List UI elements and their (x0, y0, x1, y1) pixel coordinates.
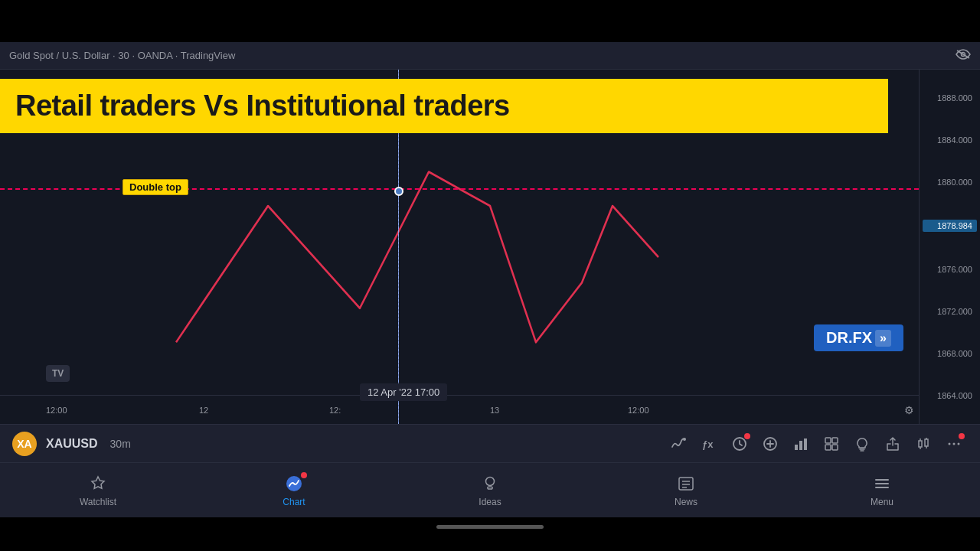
nav-chart[interactable]: Chart (196, 474, 392, 507)
candles-icon-btn[interactable] (910, 430, 937, 458)
alert-clock-btn[interactable] (726, 430, 753, 458)
time-axis: 12:00 12 12: 13 12:00 ⚙ (0, 395, 919, 424)
price-1880: 1880.000 (923, 178, 977, 187)
price-1876: 1876.000 (923, 265, 977, 274)
svg-point-19 (949, 442, 951, 445)
price-1884: 1884.000 (923, 135, 977, 145)
time-label-2: 12 (199, 406, 208, 415)
banner-text: Retail traders Vs Institutional traders (15, 90, 510, 122)
price-1872: 1872.000 (923, 307, 977, 316)
svg-text:ƒx: ƒx (702, 439, 714, 450)
price-scale: 1888.000 1884.000 1880.000 1878.984 1876… (919, 70, 980, 424)
time-label-1: 12:00 (46, 406, 67, 415)
svg-rect-8 (804, 439, 807, 450)
home-bar (436, 525, 544, 529)
nav-news-label: News (675, 497, 697, 507)
chart-tooltip: 12 Apr '22 17:00 (360, 383, 447, 401)
timeframe-label[interactable]: 30m (110, 438, 131, 450)
svg-rect-13 (919, 441, 922, 447)
add-icon-btn[interactable] (756, 430, 784, 458)
nav-chart-label: Chart (283, 497, 305, 507)
svg-rect-16 (925, 439, 928, 446)
price-1864: 1864.000 (923, 391, 977, 400)
bottom-black-bar (0, 536, 980, 551)
top-black-bar (0, 0, 980, 42)
fx-icon-btn[interactable]: ƒx (695, 430, 723, 458)
layout-icon-btn[interactable] (818, 430, 845, 458)
time-label-5: 12:00 (628, 406, 649, 415)
chart-container: Gold Spot / U.S. Dollar · 30 · OANDA · T… (0, 42, 980, 517)
svg-rect-6 (795, 445, 798, 450)
nav-ideas-label: Ideas (479, 497, 501, 507)
nav-watchlist-label: Watchlist (80, 497, 116, 507)
svg-point-20 (953, 442, 956, 445)
time-label-4: 13 (490, 406, 499, 415)
lightbulb-icon-btn[interactable] (848, 430, 876, 458)
more-red-dot (959, 433, 965, 439)
dr-fx-text: DR.FX (826, 329, 872, 347)
dr-fx-arrows: » (875, 330, 891, 347)
menu-icon (872, 474, 892, 494)
bar-chart-btn[interactable] (787, 430, 815, 458)
svg-rect-9 (825, 438, 831, 443)
more-icon-btn[interactable] (940, 430, 968, 458)
crosshair-dot (394, 187, 403, 196)
chart-toolbar: XA XAUUSD 30m ƒx (0, 424, 980, 462)
alert-red-dot (744, 433, 750, 439)
time-label-3: 12: (329, 406, 341, 415)
svg-rect-11 (825, 445, 831, 450)
chart-nav-red-dot (301, 472, 307, 478)
double-top-label: Double top (122, 179, 188, 195)
price-1868: 1868.000 (923, 349, 977, 358)
chart-main: Retail traders Vs Institutional traders … (0, 70, 980, 424)
home-indicator (0, 517, 980, 536)
svg-rect-12 (832, 445, 838, 450)
banner: Retail traders Vs Institutional traders (0, 79, 888, 133)
chart-settings-icon[interactable]: ⚙ (904, 404, 914, 416)
news-icon (676, 474, 696, 494)
svg-point-2 (683, 438, 686, 441)
ideas-icon (480, 474, 500, 494)
screen: Gold Spot / U.S. Dollar · 30 · OANDA · T… (0, 0, 980, 551)
symbol-icon: XA (12, 432, 37, 456)
nav-watchlist[interactable]: Watchlist (0, 474, 196, 507)
price-active: 1878.984 (923, 220, 977, 232)
nav-ideas[interactable]: Ideas (392, 474, 588, 507)
nav-news[interactable]: News (588, 474, 784, 507)
dr-fx-badge: DR.FX » (814, 324, 903, 351)
svg-point-23 (486, 477, 495, 485)
svg-rect-10 (832, 438, 838, 443)
share-icon-btn[interactable] (879, 430, 906, 458)
nav-menu-label: Menu (871, 497, 893, 507)
bottom-nav: Watchlist Chart (0, 462, 980, 517)
strategy-icon-btn[interactable] (665, 430, 692, 458)
tradingview-logo: TV (46, 365, 70, 382)
watchlist-icon (88, 474, 108, 494)
price-1888: 1888.000 (923, 93, 977, 103)
nav-menu[interactable]: Menu (784, 474, 980, 507)
chart-header: Gold Spot / U.S. Dollar · 30 · OANDA · T… (0, 42, 980, 70)
svg-point-21 (958, 442, 960, 445)
symbol-name[interactable]: XAUUSD (46, 437, 98, 451)
svg-rect-7 (799, 441, 802, 450)
eye-icon[interactable] (956, 49, 971, 63)
chart-title: Gold Spot / U.S. Dollar · 30 · OANDA · T… (9, 50, 949, 61)
